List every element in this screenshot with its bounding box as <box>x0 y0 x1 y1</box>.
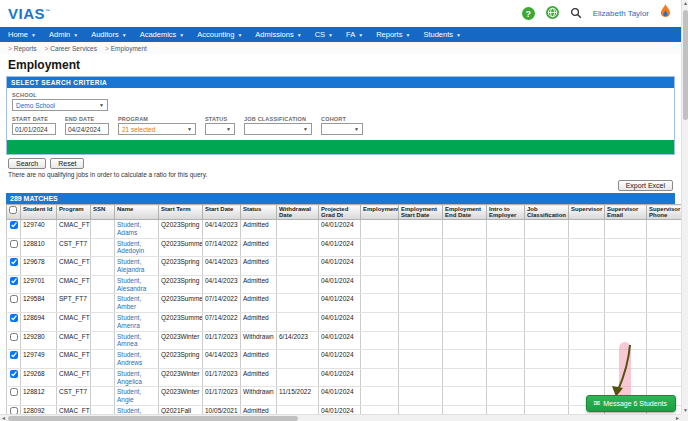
student-name-link[interactable]: Student, Angelica <box>117 370 142 385</box>
cell-ssn <box>91 275 115 294</box>
row-checkbox[interactable] <box>10 370 18 378</box>
cell-intro-to-employer <box>487 294 525 313</box>
cell-status: Withdrawn <box>241 387 277 406</box>
scroll-down-icon[interactable]: ▼ <box>683 407 688 414</box>
cell-projected-grad-dt: 04/01/2024 <box>319 368 361 387</box>
row-checkbox[interactable] <box>10 314 18 322</box>
cell-projected-grad-dt: 04/01/2024 <box>319 350 361 369</box>
cell-status: Admitted <box>241 257 277 276</box>
table-row: 129701CMAC_FTStudent, AlesandraQ2023Spri… <box>7 275 687 294</box>
scroll-up-icon[interactable]: ▲ <box>683 0 688 7</box>
student-name-link[interactable]: Student, Alesandra <box>117 277 146 292</box>
column-header: Start Date <box>203 205 241 220</box>
cell-employment-start-date <box>399 387 443 406</box>
cell-projected-grad-dt: 04/01/2024 <box>319 387 361 406</box>
vertical-scrollbar[interactable]: ▲ ▼ <box>681 0 688 414</box>
program-multiselect[interactable]: 21 selected▼ <box>118 123 196 135</box>
student-name-link[interactable]: Student, Amber <box>117 295 141 310</box>
nav-item-cs[interactable]: CS▼ <box>315 30 333 39</box>
cell-intro-to-employer <box>487 350 525 369</box>
nav-item-accounting[interactable]: Accounting▼ <box>197 30 242 39</box>
nav-item-admin[interactable]: Admin▼ <box>49 30 78 39</box>
cell-intro-to-employer <box>487 312 525 331</box>
student-name-link[interactable]: Student, Andrews <box>117 351 142 366</box>
status-label: STATUS <box>205 116 235 122</box>
column-header: Start Term <box>159 205 203 220</box>
cell-start-term: Q2023Summer <box>159 312 203 331</box>
row-checkbox[interactable] <box>10 258 18 266</box>
nav-item-auditors[interactable]: Auditors▼ <box>91 30 126 39</box>
start-date-label: START DATE <box>12 116 56 122</box>
horizontal-scrollbar[interactable]: ◄ ► <box>0 414 681 421</box>
student-name-link[interactable]: Student, Angie <box>117 388 141 403</box>
scroll-right-icon[interactable]: ► <box>675 415 680 421</box>
search-criteria-panel: SELECT SEARCH CRITERIA SCHOOL Demo Schoo… <box>6 76 675 155</box>
row-checkbox[interactable] <box>10 277 18 285</box>
chevron-down-icon: ▼ <box>358 32 363 38</box>
chevron-down-icon: ▼ <box>122 32 127 38</box>
cell-status: Admitted <box>241 220 277 239</box>
cohort-select[interactable]: ▼ <box>321 123 363 135</box>
student-name-link[interactable]: Student, Adedoyin <box>117 240 144 255</box>
student-name-link[interactable]: Student, Amnea <box>117 333 141 348</box>
cell-name: Student, Amber <box>115 294 159 313</box>
nav-item-fa[interactable]: FA▼ <box>346 30 363 39</box>
breadcrumb-item[interactable]: >Employment <box>105 45 147 52</box>
row-checkbox[interactable] <box>10 388 18 396</box>
export-excel-button[interactable]: Export Excel <box>618 180 673 191</box>
nav-item-reports[interactable]: Reports▼ <box>376 30 410 39</box>
cell-program: CMAC_FT <box>57 220 91 239</box>
chevron-down-icon: ▼ <box>187 126 192 132</box>
end-date-label: END DATE <box>65 116 109 122</box>
scroll-left-icon[interactable]: ◄ <box>1 415 6 421</box>
vias-logo: VIAS™ <box>8 5 51 22</box>
cell-employment <box>361 238 399 257</box>
reset-button[interactable]: Reset <box>50 158 84 169</box>
row-checkbox[interactable] <box>10 351 18 359</box>
row-checkbox[interactable] <box>10 333 18 341</box>
cell-start-date: 04/14/2023 <box>203 275 241 294</box>
user-name[interactable]: Elizabeth Taylor <box>593 9 649 18</box>
cell-employment-end-date <box>443 220 487 239</box>
student-name-link[interactable]: Student, Alejandra <box>117 258 144 273</box>
table-row: 129740CMAC_FTStudent, AdamsQ2023Spring04… <box>7 220 687 239</box>
cell-supervisor-email <box>605 275 647 294</box>
search-icon[interactable] <box>570 5 582 23</box>
breadcrumb-item[interactable]: >Reports <box>8 45 37 52</box>
row-checkbox[interactable] <box>10 221 18 229</box>
globe-icon[interactable] <box>546 5 559 23</box>
cell-projected-grad-dt: 04/01/2024 <box>319 294 361 313</box>
row-checkbox[interactable] <box>10 240 18 248</box>
start-date-input[interactable]: 01/01/2024 <box>12 123 56 135</box>
cell-name: Student, Angie <box>115 387 159 406</box>
end-date-input[interactable]: 04/24/2024 <box>65 123 109 135</box>
cell-supervisor-email <box>605 312 647 331</box>
message-students-button[interactable]: ✉ Message 6 Students <box>586 395 676 412</box>
school-select[interactable]: Demo School▼ <box>12 99 108 111</box>
status-select[interactable]: ▼ <box>205 123 235 135</box>
breadcrumb-item[interactable]: >Career Services <box>45 45 97 52</box>
row-checkbox[interactable] <box>10 295 18 303</box>
vertical-scroll-thumb[interactable] <box>683 10 688 120</box>
table-row: 129280CMAC_FTStudent, AmneaQ2023Winter01… <box>7 331 687 350</box>
cell-start-date: 04/14/2023 <box>203 350 241 369</box>
help-icon[interactable]: ? <box>522 7 535 20</box>
cell-supervisor-email <box>605 257 647 276</box>
cell-start-term: Q2023Winter <box>159 368 203 387</box>
nav-item-academics[interactable]: Academics▼ <box>140 30 185 39</box>
search-button[interactable]: Search <box>8 158 46 169</box>
cell-withdrawal-date <box>277 220 319 239</box>
student-name-link[interactable]: Student, Adams <box>117 221 141 236</box>
job-classification-select[interactable]: ▼ <box>244 123 312 135</box>
cell-name: Student, Alesandra <box>115 275 159 294</box>
nav-item-home[interactable]: Home▼ <box>8 30 36 39</box>
horizontal-scroll-thumb[interactable] <box>8 416 298 421</box>
student-name-link[interactable]: Student, Amenra <box>117 314 141 329</box>
chevron-down-icon: ▼ <box>354 126 359 132</box>
row-checkbox-cell <box>7 275 21 294</box>
nav-item-students[interactable]: Students▼ <box>423 30 461 39</box>
cell-student-id: 128810 <box>21 238 57 257</box>
cell-name: Student, Amnea <box>115 331 159 350</box>
select-all-checkbox[interactable] <box>9 206 17 214</box>
nav-item-admissions[interactable]: Admissions▼ <box>255 30 301 39</box>
